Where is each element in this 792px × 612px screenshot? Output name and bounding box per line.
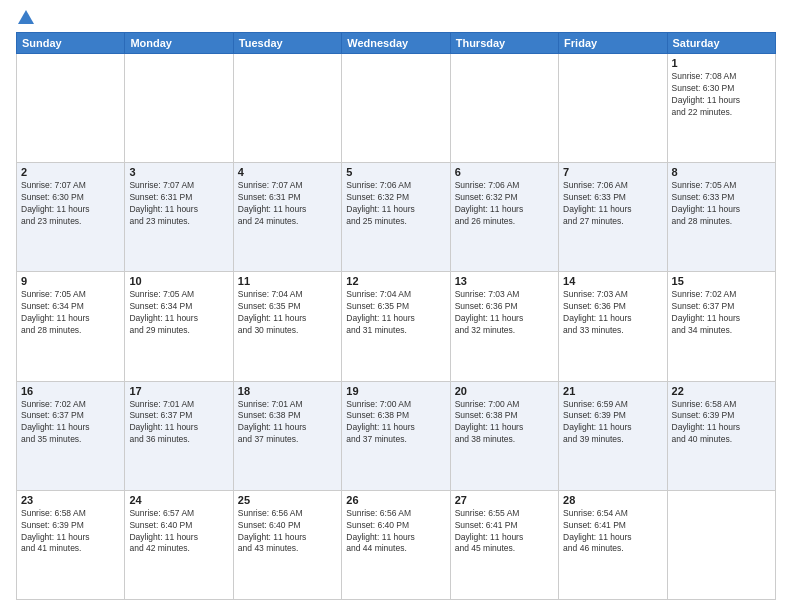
- day-info: Sunrise: 7:00 AM Sunset: 6:38 PM Dayligh…: [455, 399, 554, 447]
- calendar-cell: 16Sunrise: 7:02 AM Sunset: 6:37 PM Dayli…: [17, 381, 125, 490]
- day-info: Sunrise: 7:05 AM Sunset: 6:34 PM Dayligh…: [129, 289, 228, 337]
- week-row-1: 1Sunrise: 7:08 AM Sunset: 6:30 PM Daylig…: [17, 54, 776, 163]
- calendar-cell: 7Sunrise: 7:06 AM Sunset: 6:33 PM Daylig…: [559, 163, 667, 272]
- calendar-cell: 18Sunrise: 7:01 AM Sunset: 6:38 PM Dayli…: [233, 381, 341, 490]
- day-info: Sunrise: 7:05 AM Sunset: 6:34 PM Dayligh…: [21, 289, 120, 337]
- calendar-cell: 27Sunrise: 6:55 AM Sunset: 6:41 PM Dayli…: [450, 490, 558, 599]
- calendar-cell: 5Sunrise: 7:06 AM Sunset: 6:32 PM Daylig…: [342, 163, 450, 272]
- day-number: 6: [455, 166, 554, 178]
- calendar-cell: 25Sunrise: 6:56 AM Sunset: 6:40 PM Dayli…: [233, 490, 341, 599]
- day-info: Sunrise: 6:56 AM Sunset: 6:40 PM Dayligh…: [238, 508, 337, 556]
- calendar-cell: 12Sunrise: 7:04 AM Sunset: 6:35 PM Dayli…: [342, 272, 450, 381]
- calendar-cell: 11Sunrise: 7:04 AM Sunset: 6:35 PM Dayli…: [233, 272, 341, 381]
- day-number: 28: [563, 494, 662, 506]
- day-number: 23: [21, 494, 120, 506]
- week-row-3: 9Sunrise: 7:05 AM Sunset: 6:34 PM Daylig…: [17, 272, 776, 381]
- weekday-header-tuesday: Tuesday: [233, 33, 341, 54]
- calendar-cell: 9Sunrise: 7:05 AM Sunset: 6:34 PM Daylig…: [17, 272, 125, 381]
- logo-triangle-icon: [18, 10, 34, 24]
- week-row-4: 16Sunrise: 7:02 AM Sunset: 6:37 PM Dayli…: [17, 381, 776, 490]
- day-number: 8: [672, 166, 771, 178]
- day-info: Sunrise: 7:04 AM Sunset: 6:35 PM Dayligh…: [346, 289, 445, 337]
- calendar-cell: 13Sunrise: 7:03 AM Sunset: 6:36 PM Dayli…: [450, 272, 558, 381]
- calendar-cell: 20Sunrise: 7:00 AM Sunset: 6:38 PM Dayli…: [450, 381, 558, 490]
- calendar-cell: 23Sunrise: 6:58 AM Sunset: 6:39 PM Dayli…: [17, 490, 125, 599]
- day-number: 12: [346, 275, 445, 287]
- day-number: 5: [346, 166, 445, 178]
- weekday-header-friday: Friday: [559, 33, 667, 54]
- day-info: Sunrise: 6:57 AM Sunset: 6:40 PM Dayligh…: [129, 508, 228, 556]
- calendar-cell: 6Sunrise: 7:06 AM Sunset: 6:32 PM Daylig…: [450, 163, 558, 272]
- day-number: 26: [346, 494, 445, 506]
- calendar-cell: 19Sunrise: 7:00 AM Sunset: 6:38 PM Dayli…: [342, 381, 450, 490]
- calendar-cell: [233, 54, 341, 163]
- day-info: Sunrise: 7:01 AM Sunset: 6:38 PM Dayligh…: [238, 399, 337, 447]
- day-number: 1: [672, 57, 771, 69]
- calendar-cell: 1Sunrise: 7:08 AM Sunset: 6:30 PM Daylig…: [667, 54, 775, 163]
- day-number: 14: [563, 275, 662, 287]
- calendar-cell: 24Sunrise: 6:57 AM Sunset: 6:40 PM Dayli…: [125, 490, 233, 599]
- day-info: Sunrise: 6:58 AM Sunset: 6:39 PM Dayligh…: [21, 508, 120, 556]
- calendar-cell: 4Sunrise: 7:07 AM Sunset: 6:31 PM Daylig…: [233, 163, 341, 272]
- calendar-cell: 14Sunrise: 7:03 AM Sunset: 6:36 PM Dayli…: [559, 272, 667, 381]
- calendar-cell: 26Sunrise: 6:56 AM Sunset: 6:40 PM Dayli…: [342, 490, 450, 599]
- day-info: Sunrise: 7:06 AM Sunset: 6:33 PM Dayligh…: [563, 180, 662, 228]
- calendar-cell: 28Sunrise: 6:54 AM Sunset: 6:41 PM Dayli…: [559, 490, 667, 599]
- day-number: 13: [455, 275, 554, 287]
- day-info: Sunrise: 7:04 AM Sunset: 6:35 PM Dayligh…: [238, 289, 337, 337]
- week-row-2: 2Sunrise: 7:07 AM Sunset: 6:30 PM Daylig…: [17, 163, 776, 272]
- day-info: Sunrise: 7:07 AM Sunset: 6:31 PM Dayligh…: [129, 180, 228, 228]
- day-info: Sunrise: 6:54 AM Sunset: 6:41 PM Dayligh…: [563, 508, 662, 556]
- calendar-cell: [125, 54, 233, 163]
- calendar-cell: [17, 54, 125, 163]
- weekday-header-sunday: Sunday: [17, 33, 125, 54]
- day-info: Sunrise: 7:03 AM Sunset: 6:36 PM Dayligh…: [455, 289, 554, 337]
- day-info: Sunrise: 7:07 AM Sunset: 6:30 PM Dayligh…: [21, 180, 120, 228]
- calendar-cell: 10Sunrise: 7:05 AM Sunset: 6:34 PM Dayli…: [125, 272, 233, 381]
- calendar-cell: 22Sunrise: 6:58 AM Sunset: 6:39 PM Dayli…: [667, 381, 775, 490]
- calendar-cell: 2Sunrise: 7:07 AM Sunset: 6:30 PM Daylig…: [17, 163, 125, 272]
- calendar-cell: [450, 54, 558, 163]
- day-number: 18: [238, 385, 337, 397]
- day-number: 27: [455, 494, 554, 506]
- day-info: Sunrise: 7:03 AM Sunset: 6:36 PM Dayligh…: [563, 289, 662, 337]
- day-number: 10: [129, 275, 228, 287]
- weekday-header-saturday: Saturday: [667, 33, 775, 54]
- weekday-header-monday: Monday: [125, 33, 233, 54]
- day-info: Sunrise: 7:08 AM Sunset: 6:30 PM Dayligh…: [672, 71, 771, 119]
- day-number: 15: [672, 275, 771, 287]
- day-number: 16: [21, 385, 120, 397]
- calendar-cell: 8Sunrise: 7:05 AM Sunset: 6:33 PM Daylig…: [667, 163, 775, 272]
- day-number: 3: [129, 166, 228, 178]
- header: [16, 12, 776, 24]
- day-number: 20: [455, 385, 554, 397]
- day-info: Sunrise: 6:59 AM Sunset: 6:39 PM Dayligh…: [563, 399, 662, 447]
- day-number: 2: [21, 166, 120, 178]
- day-info: Sunrise: 6:56 AM Sunset: 6:40 PM Dayligh…: [346, 508, 445, 556]
- day-number: 7: [563, 166, 662, 178]
- day-number: 19: [346, 385, 445, 397]
- weekday-header-thursday: Thursday: [450, 33, 558, 54]
- day-number: 21: [563, 385, 662, 397]
- day-number: 11: [238, 275, 337, 287]
- calendar-cell: 3Sunrise: 7:07 AM Sunset: 6:31 PM Daylig…: [125, 163, 233, 272]
- day-info: Sunrise: 7:01 AM Sunset: 6:37 PM Dayligh…: [129, 399, 228, 447]
- page: SundayMondayTuesdayWednesdayThursdayFrid…: [0, 0, 792, 612]
- calendar-cell: 21Sunrise: 6:59 AM Sunset: 6:39 PM Dayli…: [559, 381, 667, 490]
- day-number: 9: [21, 275, 120, 287]
- day-info: Sunrise: 6:58 AM Sunset: 6:39 PM Dayligh…: [672, 399, 771, 447]
- day-number: 25: [238, 494, 337, 506]
- day-number: 24: [129, 494, 228, 506]
- day-info: Sunrise: 7:02 AM Sunset: 6:37 PM Dayligh…: [21, 399, 120, 447]
- day-info: Sunrise: 7:05 AM Sunset: 6:33 PM Dayligh…: [672, 180, 771, 228]
- day-number: 4: [238, 166, 337, 178]
- day-number: 22: [672, 385, 771, 397]
- weekday-header-wednesday: Wednesday: [342, 33, 450, 54]
- day-info: Sunrise: 7:07 AM Sunset: 6:31 PM Dayligh…: [238, 180, 337, 228]
- week-row-5: 23Sunrise: 6:58 AM Sunset: 6:39 PM Dayli…: [17, 490, 776, 599]
- calendar-cell: [342, 54, 450, 163]
- calendar-cell: 15Sunrise: 7:02 AM Sunset: 6:37 PM Dayli…: [667, 272, 775, 381]
- day-info: Sunrise: 7:06 AM Sunset: 6:32 PM Dayligh…: [346, 180, 445, 228]
- calendar-cell: [559, 54, 667, 163]
- day-info: Sunrise: 7:06 AM Sunset: 6:32 PM Dayligh…: [455, 180, 554, 228]
